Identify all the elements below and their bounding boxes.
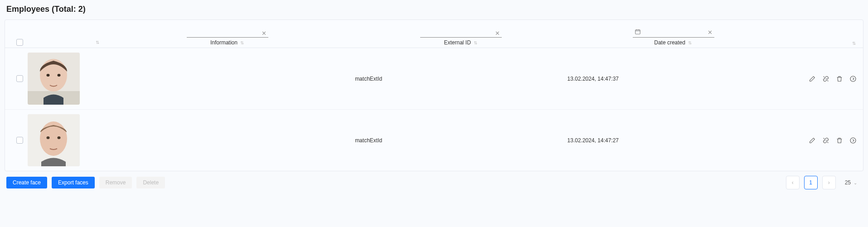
row-date-created: 13.02.2024, 14:47:37 — [567, 76, 780, 82]
sort-date[interactable]: ⇅ — [688, 41, 693, 45]
header-actions: ⇅ — [780, 41, 857, 46]
sort-avatar[interactable]: ⇅ — [96, 40, 100, 45]
trash-icon[interactable] — [836, 75, 843, 82]
table-row: matchExtId 13.02.2024, 14:47:27 — [5, 110, 863, 171]
svg-point-8 — [40, 121, 67, 156]
edit-icon[interactable] — [809, 137, 816, 144]
header-checkbox-cell — [11, 34, 28, 46]
table-header: ⇅ ✕ Information ⇅ ✕ External ID ⇅ — [5, 20, 863, 48]
row-checkbox[interactable] — [16, 75, 23, 82]
delete-button: Delete — [136, 177, 165, 188]
footer: Create face Export faces Remove Delete ‹… — [5, 171, 863, 190]
avatar[interactable] — [28, 53, 80, 105]
filter-information-input[interactable] — [189, 30, 259, 36]
title-total-count: 2 — [78, 5, 83, 14]
employees-table: ⇅ ✕ Information ⇅ ✕ External ID ⇅ — [5, 19, 863, 171]
go-icon[interactable] — [849, 75, 857, 82]
title-total-label: Total — [54, 5, 73, 14]
sort-information[interactable]: ⇅ — [240, 41, 245, 45]
svg-point-11 — [850, 138, 856, 143]
header-avatar-cell: ⇅ — [28, 40, 100, 46]
filter-external-id[interactable]: ✕ — [420, 30, 502, 38]
svg-point-9 — [47, 136, 50, 139]
filter-information[interactable]: ✕ — [187, 30, 268, 38]
go-icon[interactable] — [849, 137, 857, 144]
remove-button: Remove — [99, 177, 132, 188]
row-actions — [780, 75, 857, 82]
trash-icon[interactable] — [836, 137, 843, 144]
page-title: Employees (Total: 2) — [5, 5, 863, 14]
row-checkbox-cell — [11, 137, 28, 144]
select-all-checkbox[interactable] — [16, 39, 23, 46]
next-page-button: › — [822, 176, 836, 189]
header-information: ✕ Information ⇅ — [100, 30, 355, 46]
current-page[interactable]: 1 — [804, 176, 818, 189]
prev-page-button: ‹ — [786, 176, 800, 189]
col-external-id-label: External ID — [444, 39, 470, 46]
svg-point-10 — [58, 136, 61, 139]
filter-date-input[interactable] — [644, 29, 705, 36]
svg-point-6 — [850, 76, 856, 82]
row-avatar-cell — [28, 53, 100, 105]
edit-icon[interactable] — [809, 75, 816, 82]
filter-external-id-input[interactable] — [422, 30, 492, 36]
col-information-label: Information — [210, 39, 238, 46]
page-size-select[interactable]: 25 ⌄ — [840, 176, 862, 189]
clear-icon[interactable]: ✕ — [495, 30, 500, 36]
chevron-left-icon: ‹ — [792, 179, 794, 186]
unlink-icon[interactable] — [822, 137, 829, 144]
col-date-label: Date created — [654, 39, 685, 46]
chevron-down-icon: ⌄ — [853, 180, 857, 185]
filter-date[interactable]: ✕ — [633, 29, 714, 38]
table-row: matchExtId 13.02.2024, 14:47:37 — [5, 48, 863, 110]
clear-icon[interactable]: ✕ — [262, 30, 267, 36]
export-faces-button[interactable]: Export faces — [52, 177, 95, 188]
create-face-button[interactable]: Create face — [6, 177, 47, 188]
avatar[interactable] — [28, 114, 80, 166]
clear-icon[interactable]: ✕ — [708, 29, 713, 35]
footer-actions: Create face Export faces Remove Delete — [6, 177, 165, 188]
chevron-right-icon: › — [828, 179, 830, 186]
svg-point-4 — [47, 74, 50, 77]
row-checkbox[interactable] — [16, 137, 23, 144]
row-checkbox-cell — [11, 75, 28, 82]
header-date-created: ✕ Date created ⇅ — [567, 29, 780, 46]
header-external-id: ✕ External ID ⇅ — [355, 30, 567, 46]
svg-point-5 — [58, 74, 61, 77]
row-avatar-cell — [28, 114, 100, 166]
unlink-icon[interactable] — [822, 75, 829, 82]
calendar-icon[interactable] — [635, 29, 641, 36]
row-external-id: matchExtId — [355, 76, 567, 82]
row-actions — [780, 137, 857, 144]
title-prefix: Employees — [6, 5, 49, 14]
row-date-created: 13.02.2024, 14:47:27 — [567, 137, 780, 144]
svg-rect-0 — [635, 30, 640, 34]
page-size-value: 25 — [845, 179, 851, 186]
sort-external-id[interactable]: ⇅ — [474, 41, 478, 45]
sort-actions[interactable]: ⇅ — [852, 41, 857, 46]
pagination: ‹ 1 › 25 ⌄ — [786, 176, 862, 189]
row-external-id: matchExtId — [355, 137, 567, 144]
